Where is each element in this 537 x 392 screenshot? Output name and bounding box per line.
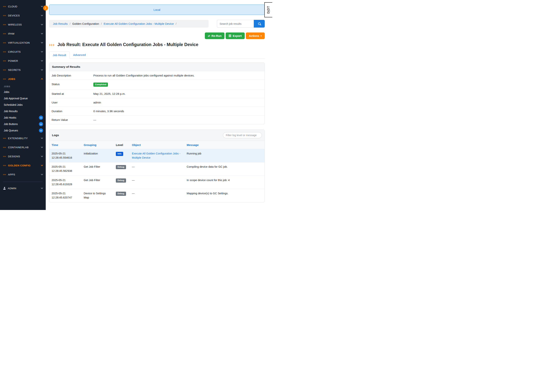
chevron-down-icon bbox=[41, 59, 43, 61]
sidebar-item-ipam[interactable]: ››› IPAM bbox=[0, 29, 46, 38]
export-button[interactable]: Export bbox=[226, 33, 245, 39]
log-filter-input[interactable] bbox=[223, 132, 262, 138]
summary-row-user: User admin bbox=[49, 98, 264, 107]
add-job-queue-button[interactable]: + bbox=[39, 128, 43, 133]
column-header-time[interactable]: Time bbox=[49, 141, 81, 149]
search-icon bbox=[258, 23, 261, 25]
sidebar-item-designs[interactable]: ››› DESIGNS bbox=[0, 152, 46, 161]
sidebar-item-job-hooks[interactable]: Job Hooks + bbox=[0, 114, 46, 121]
export-label: Export bbox=[233, 34, 242, 37]
summary-title: Summary of Results bbox=[52, 65, 80, 69]
add-job-button-button[interactable]: + bbox=[39, 122, 43, 126]
summary-label: Duration bbox=[49, 107, 91, 115]
sidebar-item-job-approval-queue[interactable]: Job Approval Queue bbox=[0, 95, 46, 102]
breadcrumb-row: Job Results / Golden Configuration / Exe… bbox=[49, 20, 265, 28]
sidebar-item-admin[interactable]: ADMIN bbox=[0, 184, 46, 193]
chevron-down-icon bbox=[41, 173, 43, 175]
summary-value: May 21, 2025, 12:28 p.m. bbox=[91, 89, 264, 98]
sidebar-item-job-queues[interactable]: Job Queues + bbox=[0, 127, 46, 134]
log-object: — bbox=[130, 176, 184, 189]
sidebar-item-label: CLOUD bbox=[8, 5, 41, 8]
tab-job-result[interactable]: Job Result bbox=[49, 51, 70, 59]
sidebar-item-circuits[interactable]: ››› CIRCUITS bbox=[0, 47, 46, 56]
rerun-button[interactable]: ⇄ Re-Run bbox=[205, 33, 225, 39]
sidebar-item-secrets[interactable]: ››› SECRETS bbox=[0, 65, 46, 75]
chevron-down-icon bbox=[41, 164, 43, 166]
search-box bbox=[217, 20, 265, 28]
sidebar-item-label: APPS bbox=[8, 173, 41, 176]
sidebar-item-label: POWER bbox=[8, 60, 41, 62]
sidebar-item-jobs[interactable]: ››› JOBS bbox=[0, 75, 46, 84]
chevron-down-icon bbox=[41, 32, 43, 34]
sidebar-item-power[interactable]: ››› POWER bbox=[0, 56, 46, 65]
log-time: 2025-05-21 12:28:45.619328 bbox=[49, 176, 81, 189]
chevron-down-icon bbox=[41, 137, 43, 139]
sidebar-item-job-results[interactable]: Job Results bbox=[0, 108, 46, 114]
sidebar-item-apps[interactable]: ››› APPS bbox=[0, 170, 46, 179]
sidebar-item-job-buttons[interactable]: Job Buttons + bbox=[0, 121, 46, 127]
sidebar-item-cloud[interactable]: ››› CLOUD bbox=[0, 2, 46, 11]
sidebar-section-header-jobs: JOBS bbox=[0, 84, 46, 89]
rerun-label: Re-Run bbox=[212, 34, 221, 37]
sidebar-item-label: JOBS bbox=[8, 78, 41, 80]
sidebar-item-containerlab[interactable]: ››› CONTAINERLAB bbox=[0, 143, 46, 152]
log-object: — bbox=[130, 189, 184, 202]
add-job-hook-button[interactable]: + bbox=[39, 116, 43, 120]
sidebar-item-jobs-link[interactable]: Jobs bbox=[0, 89, 46, 95]
chevron-down-icon bbox=[41, 146, 43, 148]
log-row: 2025-05-21 12:28:45.554616 initializatio… bbox=[49, 149, 264, 162]
search-input[interactable] bbox=[217, 20, 254, 28]
log-grouping: initialization bbox=[81, 149, 113, 162]
log-row: 2025-05-21 12:28:45.620747 Device to Set… bbox=[49, 189, 264, 202]
chevron-down-icon bbox=[41, 14, 43, 16]
triple-chevron-icon: ››› bbox=[3, 137, 6, 139]
chevron-down-icon bbox=[41, 23, 43, 25]
triple-chevron-icon: ››› bbox=[3, 5, 6, 8]
log-grouping: Get Job Filter bbox=[81, 162, 113, 176]
tab-advanced[interactable]: Advanced bbox=[70, 51, 89, 59]
actions-button[interactable]: Actions ▾ bbox=[246, 33, 265, 39]
log-level-badge: Debug bbox=[116, 178, 126, 183]
sidebar-item-label: GOLDEN CONFIG bbox=[8, 164, 41, 167]
log-object: — bbox=[130, 162, 184, 176]
column-header-grouping[interactable]: Grouping bbox=[81, 141, 113, 149]
caret-down-icon: ▾ bbox=[261, 35, 262, 37]
page-title-row: ››› Job Result: Execute All Golden Confi… bbox=[49, 42, 265, 47]
summary-label: Status bbox=[49, 80, 91, 89]
breadcrumb-link-job-name[interactable]: Execute All Golden Configuration Jobs - … bbox=[104, 22, 174, 25]
rerun-icon: ⇄ bbox=[208, 34, 210, 37]
main-content: DjDT Local Job Results / Golden Configur… bbox=[46, 0, 268, 210]
person-icon bbox=[3, 187, 6, 190]
app-root: ››› CLOUD ››› DEVICES ››› WIRELESS ››› I… bbox=[0, 0, 268, 210]
sidebar-item-golden-config[interactable]: ››› GOLDEN CONFIG bbox=[0, 161, 46, 170]
breadcrumb-separator: / bbox=[101, 22, 102, 25]
log-grouping: Get Job Filter bbox=[81, 176, 113, 189]
log-object-link[interactable]: Execute All Golden Configuration Jobs - … bbox=[132, 152, 180, 159]
sidebar-item-virtualization[interactable]: ››› VIRTUALIZATION bbox=[0, 38, 46, 47]
sidebar-item-wireless[interactable]: ››› WIRELESS bbox=[0, 20, 46, 29]
sidebar-item-label: SECRETS bbox=[8, 69, 41, 71]
action-toolbar: ⇄ Re-Run Export Actions ▾ bbox=[49, 33, 265, 39]
sidebar-item-label: CIRCUITS bbox=[8, 50, 41, 53]
log-level-badge: Debug bbox=[116, 192, 126, 196]
column-header-object[interactable]: Object bbox=[130, 141, 184, 149]
sidebar-item-label: EXTENSIBILITY bbox=[8, 137, 41, 140]
column-header-message[interactable]: Message bbox=[184, 141, 264, 149]
djdt-label: DjDT bbox=[267, 6, 270, 14]
sidebar-sub-label: Scheduled Jobs bbox=[4, 103, 43, 106]
sidebar-item-devices[interactable]: ››› DEVICES bbox=[0, 11, 46, 20]
django-debug-toolbar-handle[interactable]: DjDT bbox=[264, 2, 272, 17]
sidebar-collapse-button[interactable]: ‹ bbox=[43, 6, 48, 10]
triple-chevron-icon: ››› bbox=[3, 33, 6, 35]
sidebar-item-extensibility[interactable]: ››› EXTENSIBILITY bbox=[0, 134, 46, 143]
sidebar-item-scheduled-jobs[interactable]: Scheduled Jobs bbox=[0, 102, 46, 108]
summary-row-started-at: Started at May 21, 2025, 12:28 p.m. bbox=[49, 89, 264, 98]
breadcrumb-link-job-results[interactable]: Job Results bbox=[53, 22, 68, 25]
search-button[interactable] bbox=[254, 20, 265, 28]
sidebar-sub-label: Jobs bbox=[4, 90, 43, 93]
summary-row-status: Status Completed bbox=[49, 80, 264, 89]
triple-chevron-icon: ››› bbox=[3, 155, 6, 158]
summary-card: Summary of Results Job Description Proce… bbox=[49, 62, 265, 124]
log-message: Running job bbox=[184, 149, 264, 162]
summary-value: admin bbox=[91, 98, 264, 107]
